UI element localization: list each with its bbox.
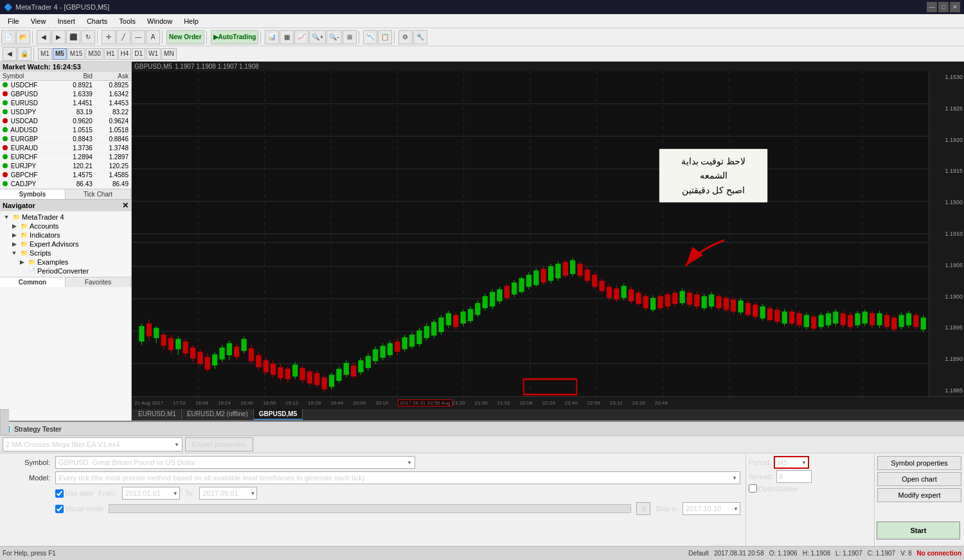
expert-properties-button[interactable]: Expert properties bbox=[185, 437, 253, 451]
use-date-checkbox[interactable] bbox=[55, 489, 64, 498]
time-label-5: 18:40 bbox=[240, 400, 253, 406]
spread-input[interactable]: 8 bbox=[776, 470, 812, 483]
model-dropdown[interactable]: Every tick (the most precise method base… bbox=[55, 471, 740, 484]
grid-button[interactable]: ⊞ bbox=[343, 30, 357, 44]
line-chart-button[interactable]: 📈 bbox=[294, 30, 308, 44]
text-button[interactable]: A bbox=[146, 30, 160, 44]
market-watch-row[interactable]: USDJPY 83.19 83.22 bbox=[0, 108, 131, 117]
navigator-close-icon[interactable]: ✕ bbox=[122, 201, 129, 210]
nav-tab-common[interactable]: Common bbox=[0, 277, 66, 287]
nav-period-converter-label: PeriodConverter bbox=[37, 267, 89, 275]
market-watch-row[interactable]: USDCAD 0.9620 0.9624 bbox=[0, 117, 131, 126]
tab-tick-chart[interactable]: Tick Chart bbox=[66, 189, 131, 199]
market-watch-row[interactable]: GBPCHF 1.4575 1.4585 bbox=[0, 171, 131, 180]
market-watch-row[interactable]: EURGBP 0.8843 0.8846 bbox=[0, 135, 131, 144]
market-watch-header[interactable]: Market Watch: 16:24:53 bbox=[0, 62, 131, 72]
period-dropdown-arrow[interactable]: ▼ bbox=[801, 460, 807, 466]
market-watch-row[interactable]: EURUSD 1.4451 1.4453 bbox=[0, 99, 131, 108]
new-file-button[interactable]: 📄 bbox=[1, 30, 15, 44]
stop-button[interactable]: ⬛ bbox=[66, 30, 80, 44]
from-date-input[interactable]: 2013.01.01 ▼ bbox=[122, 487, 180, 500]
tf-lock[interactable]: 🔒 bbox=[17, 47, 31, 61]
modify-expert-button[interactable]: Modify expert bbox=[877, 488, 961, 502]
nav-period-converter[interactable]: 📄 PeriodConverter bbox=[0, 267, 131, 276]
open-button[interactable]: 📂 bbox=[16, 30, 30, 44]
market-watch-row[interactable]: AUDUSD 1.0515 1.0518 bbox=[0, 126, 131, 135]
chart-tab-eurusd-m1[interactable]: EURUSD,M1 bbox=[133, 409, 182, 420]
tf-mn[interactable]: MN bbox=[161, 48, 177, 60]
market-watch-row[interactable]: EURAUD 1.3736 1.3748 bbox=[0, 144, 131, 153]
to-date-input[interactable]: 2017.09.01 ▼ bbox=[199, 487, 257, 500]
price-label-3: 1.1920 bbox=[931, 137, 963, 143]
template-button[interactable]: 📋 bbox=[378, 30, 392, 44]
maximize-button[interactable]: □ bbox=[938, 2, 949, 12]
minimize-button[interactable]: — bbox=[927, 2, 937, 12]
chart-tab-gbpusd-m5[interactable]: GBPUSD,M5 bbox=[254, 409, 303, 420]
optimization-label[interactable]: Optimization bbox=[749, 484, 798, 493]
open-chart-button[interactable]: Open chart bbox=[877, 472, 961, 486]
ea-selector-dropdown[interactable]: 2 MA Crosses Mega filter EA V1.ex4 ▼ bbox=[3, 437, 183, 451]
zoom-in-button[interactable]: 🔍+ bbox=[309, 30, 326, 44]
tab-symbols[interactable]: Symbols bbox=[0, 189, 66, 199]
close-button[interactable]: ✕ bbox=[950, 2, 960, 12]
back-button[interactable]: ◀ bbox=[37, 30, 51, 44]
chart-tab-eurusd-m2[interactable]: EURUSD,M2 (offline) bbox=[182, 409, 254, 420]
menu-charts[interactable]: Charts bbox=[82, 16, 112, 26]
nav-expert-advisors[interactable]: ▶ 📁 Expert Advisors bbox=[0, 240, 131, 249]
nav-tab-favorites[interactable]: Favorites bbox=[66, 277, 131, 287]
bar-button[interactable]: ▦ bbox=[280, 30, 294, 44]
symbol-properties-button[interactable]: Symbol properties bbox=[877, 456, 961, 470]
tf-arrow-left[interactable]: ◀ bbox=[3, 47, 17, 61]
market-watch-row[interactable]: GBPUSD 1.6339 1.6342 bbox=[0, 90, 131, 99]
nav-scripts[interactable]: ▼ 📁 Scripts bbox=[0, 249, 131, 258]
forward-button[interactable]: ▶ bbox=[51, 30, 66, 44]
line-button[interactable]: ╱ bbox=[116, 30, 130, 44]
tf-h4[interactable]: H4 bbox=[118, 48, 132, 60]
zoom-out-button[interactable]: 🔍- bbox=[326, 30, 341, 44]
tf-m5[interactable]: M5 bbox=[53, 48, 67, 60]
mw-symbol-cell: AUDUSD bbox=[0, 126, 59, 135]
nav-indicators[interactable]: ▶ 📁 Indicators bbox=[0, 231, 131, 240]
resize-handle[interactable] bbox=[0, 409, 9, 435]
nav-metatrader4[interactable]: ▼ 📁 MetaTrader 4 bbox=[0, 213, 131, 222]
svg-rect-49 bbox=[234, 347, 239, 357]
skip-to-input[interactable]: 2017.10.10 ▼ bbox=[683, 502, 740, 515]
refresh-button[interactable]: ↻ bbox=[81, 30, 95, 44]
menu-window[interactable]: Window bbox=[142, 16, 177, 26]
nav-accounts[interactable]: ▶ 📁 Accounts bbox=[0, 222, 131, 231]
time-label-highlighted: 2017.08.31 20:58 Aug bbox=[398, 399, 452, 407]
visual-mode-label[interactable]: Visual mode bbox=[55, 505, 103, 513]
market-watch-row[interactable]: EURJPY 120.21 120.25 bbox=[0, 162, 131, 171]
expert-button[interactable]: ⚙ bbox=[398, 30, 413, 44]
new-order-button[interactable]: New Order bbox=[166, 30, 204, 44]
tf-m15[interactable]: M15 bbox=[67, 48, 85, 60]
chart-canvas[interactable]: لاحظ توقيت بداية الشمعه اصبح كل دقيقتين bbox=[132, 71, 929, 396]
period-dropdown[interactable]: M5 ▼ bbox=[774, 456, 809, 469]
autotrading-button[interactable]: ▶ AutoTrading bbox=[211, 30, 259, 44]
market-watch-row[interactable]: CADJPY 86.43 86.49 bbox=[0, 180, 131, 189]
menu-tools[interactable]: Tools bbox=[114, 16, 141, 26]
candlestick-button[interactable]: 📊 bbox=[265, 30, 279, 44]
menu-help[interactable]: Help bbox=[179, 16, 204, 26]
menu-insert[interactable]: Insert bbox=[52, 16, 80, 26]
horline-button[interactable]: — bbox=[131, 30, 145, 44]
tf-m1[interactable]: M1 bbox=[38, 48, 52, 60]
optimization-checkbox[interactable] bbox=[749, 484, 757, 493]
visual-mode-checkbox[interactable] bbox=[55, 505, 64, 513]
menu-view[interactable]: View bbox=[26, 16, 51, 26]
start-button[interactable]: Start bbox=[877, 521, 960, 539]
menu-file[interactable]: File bbox=[3, 16, 24, 26]
tf-h1[interactable]: H1 bbox=[104, 48, 118, 60]
settings-button[interactable]: 🔧 bbox=[413, 30, 427, 44]
indicator-button[interactable]: 📉 bbox=[363, 30, 377, 44]
tf-w1[interactable]: W1 bbox=[146, 48, 161, 60]
tf-d1[interactable]: D1 bbox=[132, 48, 145, 60]
nav-examples[interactable]: ▶ 📁 Examples bbox=[0, 258, 131, 267]
tf-m30[interactable]: M30 bbox=[85, 48, 103, 60]
symbol-dropdown[interactable]: GBPUSD, Great Britain Pound vs US Dollar… bbox=[55, 456, 415, 469]
crosshair-button[interactable]: ✛ bbox=[102, 30, 116, 44]
market-watch-row[interactable]: EURCHF 1.2894 1.2897 bbox=[0, 153, 131, 162]
use-date-label[interactable]: Use date bbox=[55, 489, 93, 498]
pause-button[interactable]: ⏸ bbox=[636, 502, 650, 515]
market-watch-row[interactable]: USDCHF 0.8921 0.8925 bbox=[0, 81, 131, 90]
